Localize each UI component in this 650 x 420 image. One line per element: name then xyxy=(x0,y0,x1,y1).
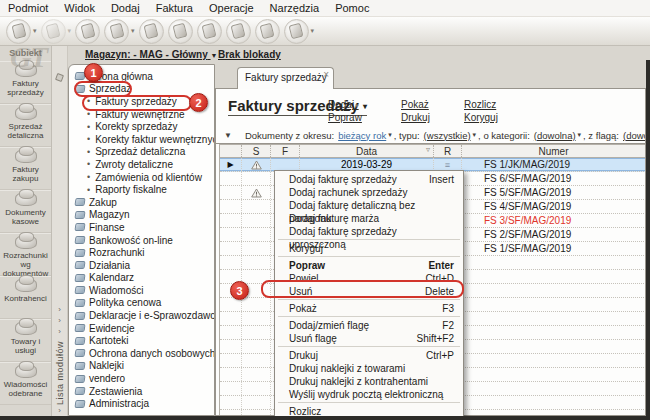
toolbar-button[interactable]: ▾ xyxy=(255,19,280,44)
tree-item[interactable]: • Rozrachunki xyxy=(69,246,214,259)
toolbar-button[interactable]: ▾ xyxy=(168,19,193,44)
module-button[interactable]: Dokumenty kasowe xyxy=(0,190,51,233)
tree-item[interactable]: • Zwroty detaliczne xyxy=(69,158,214,171)
action-link[interactable]: Dodaj▾ xyxy=(328,99,401,110)
action-link[interactable]: Koryguj▾ xyxy=(464,112,534,123)
context-menu-item[interactable]: Dodaj fakturę sprzedaży uproszczoną xyxy=(275,225,463,238)
tree-item[interactable]: • Strona główna xyxy=(69,70,214,83)
chevron-right-icon[interactable]: › xyxy=(58,405,61,416)
filter-flag-link[interactable]: (dowolna) xyxy=(623,130,646,141)
context-menu-item[interactable]: Usuń flagę Shift+F2 xyxy=(275,332,463,345)
toolbar-button[interactable]: ▾ xyxy=(139,19,164,44)
tree-item[interactable]: • Finanse xyxy=(69,221,214,234)
toolbar-button[interactable]: ▾ xyxy=(226,19,251,44)
tab-faktury-sprzedazy[interactable]: Faktury sprzedaży × xyxy=(237,67,334,89)
tree-item[interactable]: • Ewidencje xyxy=(69,322,214,335)
action-link[interactable]: Rozlicz▾ xyxy=(464,99,534,110)
module-button[interactable]: Sprzedaż detaliczna xyxy=(0,104,51,147)
magazyn-selector[interactable]: Magazyn: - MAG - Główny ▼ xyxy=(85,49,218,60)
toolbar-button[interactable]: ▾ xyxy=(41,19,72,44)
module-button[interactable]: Faktury sprzedaży xyxy=(0,61,51,104)
dropdown-caret-icon[interactable]: ▾ xyxy=(578,131,582,139)
tree-item[interactable]: • Raporty fiskalne xyxy=(69,183,214,196)
filter-category-link[interactable]: (dowolna) xyxy=(534,130,576,141)
menubar-item[interactable]: Faktura xyxy=(148,1,201,15)
tree-item[interactable]: • vendero xyxy=(69,372,214,385)
tree-item[interactable]: • Kalendarz xyxy=(69,272,214,285)
column-header-s[interactable]: S xyxy=(242,145,271,157)
tree-item[interactable]: • Administracja xyxy=(69,397,214,410)
open-document-icon[interactable] xyxy=(41,19,66,44)
module-button[interactable]: Wiadomości odebrane xyxy=(0,362,51,405)
tree-item[interactable]: • Deklaracje i e-Sprawozdawczość xyxy=(69,309,214,322)
context-menu-item[interactable]: Dodaj fakturę detaliczną bez paragonu xyxy=(275,199,463,212)
chevron-right-icon[interactable]: › xyxy=(58,315,61,326)
tree-item[interactable]: • Ochrona danych osobowych xyxy=(69,347,214,360)
module-button[interactable]: Faktury zakupu xyxy=(0,147,51,190)
tab-close-icon[interactable]: × xyxy=(323,68,329,82)
module-button[interactable]: Towary i usługi xyxy=(0,319,51,362)
pin-icon[interactable] xyxy=(55,73,64,82)
context-menu-item[interactable]: Dodaj fakturę marża xyxy=(275,212,463,225)
menubar-item[interactable]: Podmiot xyxy=(0,1,56,15)
blokada-link[interactable]: Brak blokady xyxy=(218,49,281,60)
tree-item[interactable]: • Zamówienia od klientów xyxy=(69,171,214,184)
toolbar-button[interactable]: ▾ xyxy=(6,19,37,44)
column-header-r[interactable]: R xyxy=(434,145,462,157)
dropdown-caret-icon[interactable]: ▾ xyxy=(388,131,392,139)
tree-item[interactable]: • Wiadomości xyxy=(69,284,214,297)
module-button[interactable]: Kontrahenci xyxy=(0,276,51,319)
filter-period-link[interactable]: bieżący rok xyxy=(338,130,386,141)
context-menu-item[interactable]: Dodaj rachunek sprzedaży xyxy=(275,186,463,199)
menubar-item[interactable]: Operacje xyxy=(201,1,262,15)
column-header-numer[interactable]: Numer xyxy=(462,145,646,157)
context-menu-item[interactable]: Usuń Delete xyxy=(275,285,463,298)
tree-item[interactable]: • Magazyn xyxy=(69,209,214,222)
dropdown-caret-icon[interactable]: ▾ xyxy=(311,27,315,35)
cash-register-icon[interactable] xyxy=(75,19,100,44)
toolbar-button[interactable]: ▾ xyxy=(197,19,222,44)
column-header-selector[interactable] xyxy=(220,145,242,157)
dropdown-caret-icon[interactable]: ▾ xyxy=(33,27,37,35)
tree-item[interactable]: • Działania xyxy=(69,259,214,272)
action-link[interactable]: Pokaż▾ xyxy=(401,99,464,110)
toolbar-button[interactable]: ▾ xyxy=(284,19,315,44)
help-icon[interactable] xyxy=(284,19,309,44)
tree-item[interactable]: • Faktury sprzedaży xyxy=(69,95,214,108)
tree-item[interactable]: • Zakup xyxy=(69,196,214,209)
dropdown-caret-icon[interactable]: ▾ xyxy=(68,27,72,35)
chevron-right-icon[interactable]: › xyxy=(58,326,61,337)
edit-document-icon[interactable] xyxy=(139,19,164,44)
module-button[interactable]: Rozrachunki wg dokumentów xyxy=(0,233,51,276)
send-document-icon[interactable] xyxy=(226,19,251,44)
tree-item[interactable]: • Polityka cenowa xyxy=(69,297,214,310)
column-header-f[interactable]: F xyxy=(271,145,300,157)
tree-item[interactable]: • Korekty faktur wewnętrznych xyxy=(69,133,214,146)
filter-type-link[interactable]: (wszystkie) xyxy=(424,130,471,141)
context-menu-item[interactable]: Dodaj/zmień flagę F2 xyxy=(275,319,463,332)
tree-item[interactable]: • Sprzedaż xyxy=(69,83,214,96)
new-document-icon[interactable] xyxy=(6,19,31,44)
dropdown-caret-icon[interactable]: ▾ xyxy=(131,27,135,35)
tree-item[interactable]: • Bankowość on-line xyxy=(69,234,214,247)
menubar-item[interactable]: Narzędzia xyxy=(262,1,328,15)
tree-item[interactable]: • Korekty sprzedaży xyxy=(69,120,214,133)
dropdown-caret-icon[interactable]: ▾ xyxy=(473,131,477,139)
tree-item[interactable]: • Zestawienia xyxy=(69,385,214,398)
toolbar-button[interactable]: ▾ xyxy=(104,19,135,44)
context-menu-item[interactable]: Drukuj naklejki z kontrahentami xyxy=(275,375,463,388)
context-menu-item[interactable]: Drukuj naklejki z towarami xyxy=(275,362,463,375)
tree-item[interactable]: • Naklejki xyxy=(69,360,214,373)
transfer-document-icon[interactable] xyxy=(255,19,280,44)
chevron-right-icon[interactable]: › xyxy=(58,304,61,315)
context-menu-item[interactable]: Pokaż F3 xyxy=(275,302,463,315)
menubar-item[interactable]: Dodaj xyxy=(103,1,148,15)
context-menu-item[interactable]: Koryguj xyxy=(275,242,463,255)
menubar-item[interactable]: Pomoc xyxy=(327,1,377,15)
tree-item[interactable]: • Kartoteki xyxy=(69,334,214,347)
column-header-data[interactable]: Data▿ xyxy=(300,145,434,157)
action-link[interactable]: Drukuj▾ xyxy=(401,112,464,123)
context-menu-item[interactable]: Powiel Ctrl+D xyxy=(275,272,463,285)
tree-item[interactable]: • Sprzedaż detaliczna xyxy=(69,146,214,159)
filter-funnel-icon[interactable]: ▼ xyxy=(224,131,232,140)
